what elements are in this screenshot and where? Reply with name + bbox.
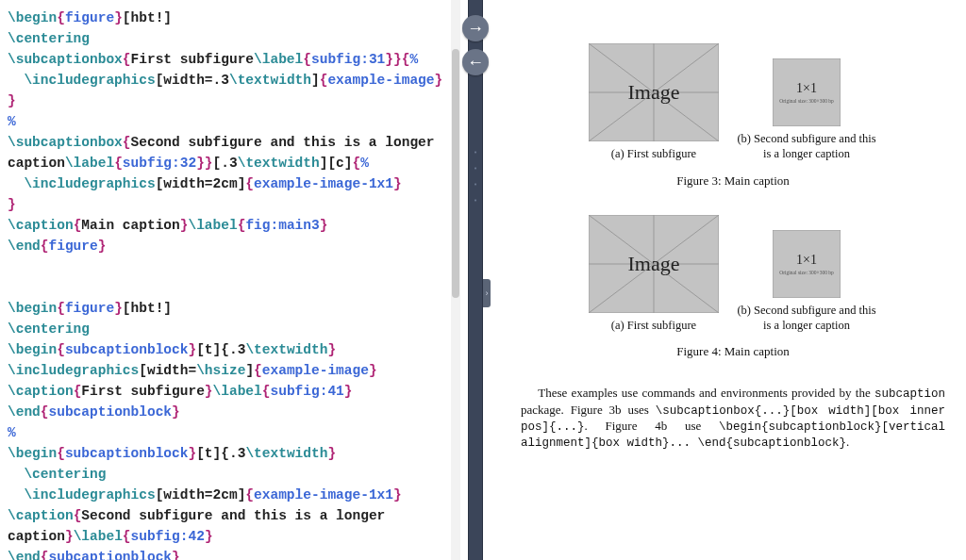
- image-label: Image: [628, 252, 680, 276]
- code-line[interactable]: \includegraphics[width=\hsize]{example-i…: [8, 360, 455, 381]
- token-comment: %: [8, 425, 16, 440]
- token-param: subfig:41: [270, 384, 343, 399]
- token-brace: }: [320, 218, 328, 233]
- expand-tab[interactable]: ›: [483, 279, 491, 307]
- token-brace: }: [188, 342, 196, 357]
- sync-right-button[interactable]: →: [462, 15, 489, 41]
- code-line[interactable]: \end{subcaptionblock}: [8, 402, 455, 422]
- split-view: \begin{figure}[hbt!]\centering\subcaptio…: [0, 0, 966, 560]
- token-cmd: \includegraphics: [24, 487, 155, 502]
- token-cmd: \centering: [8, 321, 90, 337]
- token-cmd: \caption: [8, 508, 74, 523]
- gutter-dots-icon: • • • •: [472, 151, 480, 207]
- code-line[interactable]: \begin{figure}[hbt!]: [8, 298, 455, 319]
- token-cmd: \begin: [8, 342, 57, 357]
- token-param: figure: [65, 10, 114, 25]
- token-brace: {: [303, 52, 311, 67]
- caption-3b: (b) Second subfigure and this is a longe…: [736, 132, 877, 161]
- token-opt: First subfigure: [131, 52, 255, 67]
- token-cmd: \textwidth: [229, 73, 311, 88]
- subfigure-4b: 1×1 Original size: 300×300 bp (b) Second…: [736, 230, 877, 333]
- code-content[interactable]: \begin{figure}[hbt!]\centering\subcaptio…: [0, 0, 462, 560]
- caption-4a: (a) First subfigure: [589, 319, 719, 334]
- token-brace: }}: [196, 156, 212, 171]
- token-brace: {: [57, 342, 65, 357]
- code-line[interactable]: %: [8, 422, 455, 443]
- source-editor[interactable]: \begin{figure}[hbt!]\centering\subcaptio…: [0, 0, 462, 560]
- token-brace: {: [114, 156, 123, 171]
- code-line[interactable]: \includegraphics[width=2cm]{example-imag…: [8, 173, 455, 194]
- code-line[interactable]: \end{subcaptionblock}: [8, 547, 455, 560]
- token-brace: }: [435, 73, 443, 88]
- token-brace: {: [41, 550, 49, 560]
- editor-scrollbar[interactable]: [451, 0, 460, 560]
- code-line[interactable]: %: [8, 111, 455, 132]
- code-line[interactable]: \caption{Main caption}\label{fig:main3}: [8, 215, 455, 236]
- token-cmd: \begin: [8, 446, 57, 461]
- token-brace: }: [327, 446, 336, 461]
- code-line[interactable]: }: [8, 194, 455, 215]
- code-line[interactable]: \centering: [8, 319, 455, 339]
- token-cmd: \centering: [24, 467, 106, 482]
- token-cmd: \subcaptionbox: [8, 52, 123, 67]
- code-inline: subcaption: [874, 387, 945, 401]
- code-line[interactable]: \includegraphics[width=2cm]{example-imag…: [8, 485, 455, 505]
- token-brace: {: [41, 404, 49, 420]
- token-brace: }: [393, 176, 402, 191]
- subfigure-4a: Image (a) First subfigure: [589, 215, 719, 334]
- code-line[interactable]: \subcaptionbox{First subfigure\label{sub…: [8, 49, 455, 70]
- token-comment: %: [8, 114, 16, 129]
- token-brace: }: [327, 342, 336, 357]
- token-cmd: \subcaptionbox: [8, 135, 123, 150]
- token-opt: First subfigure: [81, 384, 205, 399]
- token-brace: {: [123, 529, 131, 544]
- token-opt: ]: [311, 73, 320, 88]
- text: .: [846, 435, 849, 449]
- image-label: 1×1: [796, 81, 817, 96]
- token-brace: {: [41, 239, 49, 254]
- code-line[interactable]: [8, 256, 455, 277]
- code-line[interactable]: \begin{subcaptionblock}[t]{.3\textwidth}: [8, 339, 455, 360]
- token-cmd: \begin: [8, 301, 57, 316]
- token-opt: [hbt!]: [123, 10, 172, 25]
- token-param: example-image-1x1: [254, 487, 393, 502]
- token-brace: }: [8, 197, 16, 212]
- subfigure-3a: Image (a) First subfigure: [589, 43, 719, 162]
- code-line[interactable]: \end{figure}: [8, 236, 455, 256]
- token-cmd: \label: [254, 52, 303, 67]
- code-line[interactable]: \begin{figure}[hbt!]: [8, 8, 455, 28]
- code-line[interactable]: [8, 277, 455, 298]
- token-brace: {: [57, 301, 65, 316]
- token-opt: [hbt!]: [123, 301, 172, 316]
- pane-divider[interactable]: • • • • › → ←: [462, 0, 489, 560]
- token-cmd: \label: [188, 218, 237, 233]
- code-line[interactable]: \centering: [8, 464, 455, 485]
- code-line[interactable]: \includegraphics[width=.3\textwidth]{exa…: [8, 70, 455, 91]
- code-line[interactable]: \begin{subcaptionblock}[t]{.3\textwidth}: [8, 443, 455, 464]
- token-brace: }: [172, 550, 180, 560]
- token-brace: {: [57, 446, 65, 461]
- token-brace: }: [114, 10, 123, 25]
- token-cmd: \textwidth: [245, 446, 327, 461]
- code-line[interactable]: }: [8, 91, 455, 111]
- token-param: figure: [49, 239, 98, 254]
- pdf-preview[interactable]: Image (a) First subfigure 1×1 Original s…: [489, 0, 966, 560]
- code-line[interactable]: \caption{First subfigure}\label{subfig:4…: [8, 381, 455, 402]
- example-image-4a: Image: [589, 215, 719, 313]
- token-opt: [8, 73, 24, 88]
- token-cmd: \begin: [8, 10, 57, 25]
- editor-scrollthumb[interactable]: [452, 49, 459, 298]
- sync-left-button[interactable]: ←: [462, 49, 489, 75]
- token-opt: [t]{.3: [196, 446, 245, 461]
- token-brace: }: [344, 384, 353, 399]
- image-label: Image: [628, 80, 680, 105]
- figure-3-row: Image (a) First subfigure 1×1 Original s…: [521, 43, 945, 162]
- token-brace: }: [172, 404, 180, 420]
- code-line[interactable]: \centering: [8, 28, 455, 49]
- code-line[interactable]: \subcaptionbox{Second subfigure and this…: [8, 132, 455, 173]
- example-image-3b: 1×1 Original size: 300×300 bp: [773, 58, 841, 126]
- paragraph: These examples use commands and environm…: [521, 386, 945, 451]
- token-brace: }: [8, 93, 16, 108]
- code-line[interactable]: \caption{Second subfigure and this is a …: [8, 505, 455, 547]
- token-comment: %: [360, 156, 369, 171]
